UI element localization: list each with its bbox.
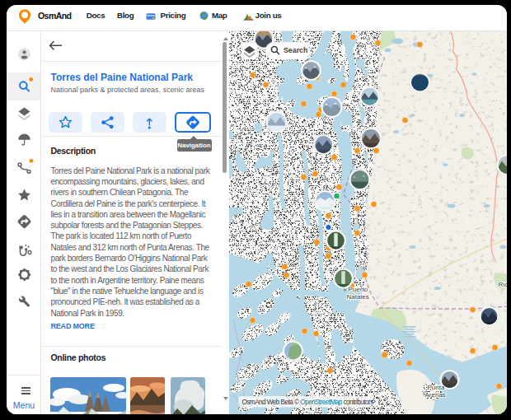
svg-text:Puerto: Puerto: [348, 286, 368, 293]
svg-text:Natales: Natales: [346, 293, 368, 301]
svg-text:Arenas: Arenas: [424, 391, 445, 399]
svg-text:Río: Río: [498, 281, 507, 288]
svg-text:Search: Search: [284, 46, 307, 54]
svg-text:OsmAnd Web Beta © OpenStreetMa: OsmAnd Web Beta © OpenStreetMap contribu…: [241, 399, 373, 406]
svg-text:Punta: Punta: [427, 384, 444, 391]
